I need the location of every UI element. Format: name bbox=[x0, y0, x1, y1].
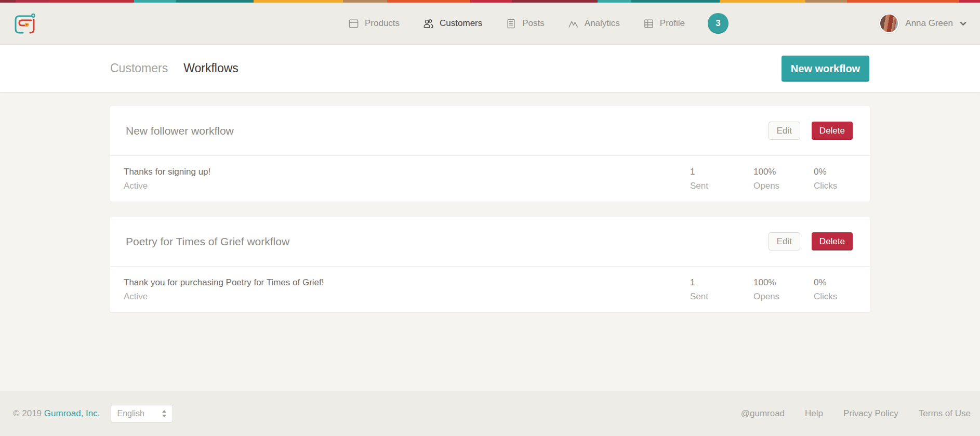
stat-opens: 100% Opens bbox=[753, 278, 814, 302]
new-workflow-button[interactable]: New workflow bbox=[782, 56, 869, 82]
stat-value: 1 bbox=[690, 167, 753, 177]
user-name: Anna Green bbox=[905, 18, 953, 29]
workflow-card-header: New follower workflow Edit Delete bbox=[110, 106, 870, 156]
email-subject: Thanks for signing up! bbox=[124, 167, 690, 177]
chevron-down-icon bbox=[959, 20, 967, 28]
email-status: Active bbox=[124, 292, 690, 302]
workflow-card: Poetry for Times of Grief workflow Edit … bbox=[110, 217, 870, 312]
email-info: Thank you for purchasing Poetry for Time… bbox=[124, 278, 690, 302]
nav-item-analytics[interactable]: Analytics bbox=[567, 18, 620, 30]
footer-link-privacy[interactable]: Privacy Policy bbox=[843, 408, 898, 419]
nav-label: Customers bbox=[440, 18, 482, 29]
stat-clicks: 0% Clicks bbox=[814, 167, 870, 191]
posts-icon bbox=[505, 18, 517, 30]
nav-label: Analytics bbox=[585, 18, 620, 29]
stat-value: 0% bbox=[814, 278, 870, 288]
tab-customers[interactable]: Customers bbox=[110, 61, 168, 75]
footer-links: @gumroad Help Privacy Policy Terms of Us… bbox=[741, 391, 971, 436]
products-icon bbox=[348, 18, 360, 30]
stat-value: 100% bbox=[753, 167, 814, 177]
workflow-email-row: Thank you for purchasing Poetry for Time… bbox=[110, 267, 870, 312]
delete-button[interactable]: Delete bbox=[812, 232, 853, 250]
nav-item-products[interactable]: Products bbox=[348, 18, 400, 30]
nav-item-posts[interactable]: Posts bbox=[505, 18, 545, 30]
header: Products Customers Posts Analytics bbox=[0, 3, 980, 45]
stat-label: Opens bbox=[753, 181, 814, 191]
stat-label: Clicks bbox=[814, 292, 870, 302]
avatar bbox=[879, 14, 899, 33]
stat-sent: 1 Sent bbox=[690, 278, 753, 302]
workflow-card-header: Poetry for Times of Grief workflow Edit … bbox=[110, 217, 870, 267]
footer-link-help[interactable]: Help bbox=[805, 408, 823, 419]
stat-value: 100% bbox=[753, 278, 814, 288]
copyright: © 2019 Gumroad, Inc. bbox=[13, 408, 100, 419]
workflow-list: New follower workflow Edit Delete Thanks… bbox=[0, 93, 980, 391]
language-select[interactable]: English bbox=[111, 405, 173, 422]
stat-sent: 1 Sent bbox=[690, 167, 753, 191]
analytics-icon bbox=[567, 18, 579, 30]
stat-label: Clicks bbox=[814, 181, 870, 191]
language-value: English bbox=[117, 409, 144, 418]
footer-link-gumroad[interactable]: @gumroad bbox=[741, 408, 785, 419]
stat-label: Opens bbox=[753, 292, 814, 302]
company-link[interactable]: Gumroad, Inc. bbox=[44, 408, 100, 418]
select-spinner-icon bbox=[161, 409, 167, 418]
nav-label: Profile bbox=[660, 18, 685, 29]
gumroad-logo[interactable] bbox=[12, 13, 36, 35]
nav-label: Posts bbox=[522, 18, 545, 29]
edit-button[interactable]: Edit bbox=[769, 122, 800, 140]
stat-value: 0% bbox=[814, 167, 870, 177]
stat-opens: 100% Opens bbox=[753, 167, 814, 191]
workflow-title: New follower workflow bbox=[126, 125, 769, 137]
nav-label: Products bbox=[365, 18, 400, 29]
workflow-card: New follower workflow Edit Delete Thanks… bbox=[110, 106, 870, 202]
workflow-title: Poetry for Times of Grief workflow bbox=[126, 235, 769, 248]
stat-label: Sent bbox=[690, 292, 753, 302]
subheader: Customers Workflows New workflow bbox=[0, 45, 980, 93]
edit-button[interactable]: Edit bbox=[769, 232, 800, 250]
tabs: Customers Workflows bbox=[110, 45, 239, 92]
email-subject: Thank you for purchasing Poetry for Time… bbox=[124, 278, 690, 288]
copyright-year: © 2019 bbox=[13, 408, 42, 418]
user-menu[interactable]: Anna Green bbox=[879, 3, 967, 44]
email-info: Thanks for signing up! Active bbox=[124, 167, 690, 191]
workflow-email-row: Thanks for signing up! Active 1 Sent 100… bbox=[110, 156, 870, 202]
stat-value: 1 bbox=[690, 278, 753, 288]
nav-item-customers[interactable]: Customers bbox=[422, 18, 482, 30]
email-status: Active bbox=[124, 181, 690, 191]
customers-icon bbox=[422, 18, 434, 30]
footer: © 2019 Gumroad, Inc. English @gumroad He… bbox=[0, 391, 980, 436]
stat-label: Sent bbox=[690, 181, 753, 191]
notification-badge[interactable]: 3 bbox=[708, 13, 729, 34]
nav-item-profile[interactable]: Profile bbox=[643, 18, 685, 30]
main-nav: Products Customers Posts Analytics bbox=[348, 3, 729, 44]
tab-workflows[interactable]: Workflows bbox=[183, 61, 239, 75]
profile-icon bbox=[643, 18, 655, 30]
stat-clicks: 0% Clicks bbox=[814, 278, 870, 302]
delete-button[interactable]: Delete bbox=[812, 122, 853, 140]
footer-link-terms[interactable]: Terms of Use bbox=[919, 408, 971, 419]
